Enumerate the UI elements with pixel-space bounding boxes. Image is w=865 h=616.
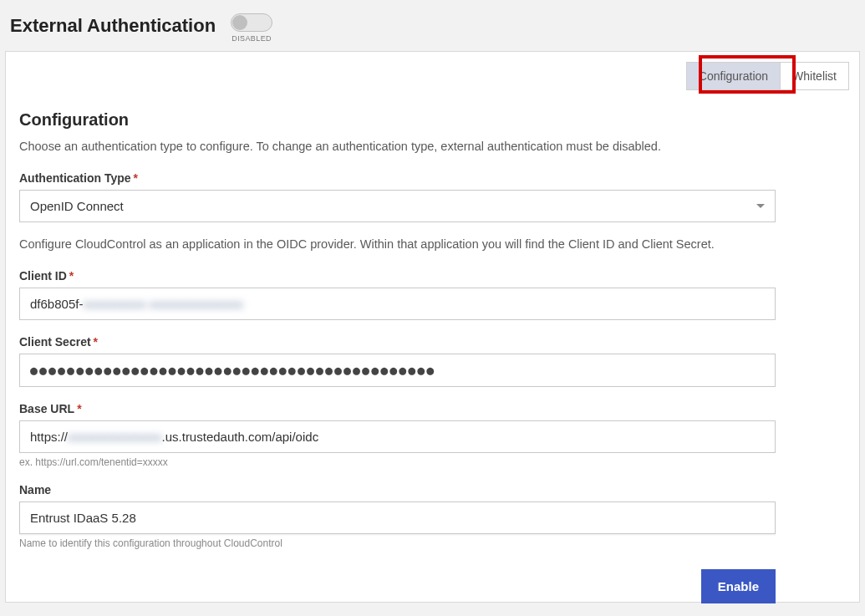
toggle-knob-icon <box>232 15 247 30</box>
tab-configuration[interactable]: Configuration <box>686 62 781 90</box>
base-url-helper: ex. https://url.com/tenentid=xxxxx <box>19 456 776 468</box>
client-secret-label: Client Secret* <box>19 335 776 349</box>
required-icon: * <box>94 335 98 349</box>
client-secret-input[interactable]: ●●●●●●●●●●●●●●●●●●●●●●●●●●●●●●●●●●●●●●●●… <box>19 354 776 387</box>
base-url-label: Base URL* <box>19 402 776 415</box>
client-id-label: Client ID* <box>19 269 776 283</box>
config-panel: Configuration Whitelist Configuration Ch… <box>5 51 860 603</box>
section-title: Configuration <box>19 110 846 130</box>
required-icon: * <box>134 171 138 185</box>
required-icon: * <box>69 269 74 283</box>
page-title: External Authentication <box>10 13 216 37</box>
auth-type-select[interactable]: OpenID Connect <box>19 190 776 222</box>
name-input[interactable] <box>19 501 776 534</box>
required-icon: * <box>77 402 81 415</box>
enable-button[interactable]: Enable <box>701 569 776 603</box>
auth-type-label: Authentication Type* <box>19 171 776 185</box>
client-id-input[interactable]: df6b805f-xxxxxxxxxx xxxxxxxxxxxxxxx <box>19 288 776 320</box>
chevron-down-icon <box>756 204 765 208</box>
auth-type-value: OpenID Connect <box>30 199 124 213</box>
name-label: Name <box>19 483 776 496</box>
base-url-input[interactable]: https://xxxxxxxxxxxxxxx.us.trustedauth.c… <box>19 420 776 453</box>
toggle-state-label: DISABLED <box>232 34 272 43</box>
tab-whitelist[interactable]: Whitelist <box>781 62 849 90</box>
section-description: Choose an authentication type to configu… <box>19 140 846 153</box>
oidc-note: Configure CloudControl as an application… <box>19 237 846 251</box>
auth-toggle[interactable] <box>231 13 272 32</box>
name-helper: Name to identify this configuration thro… <box>19 537 776 549</box>
